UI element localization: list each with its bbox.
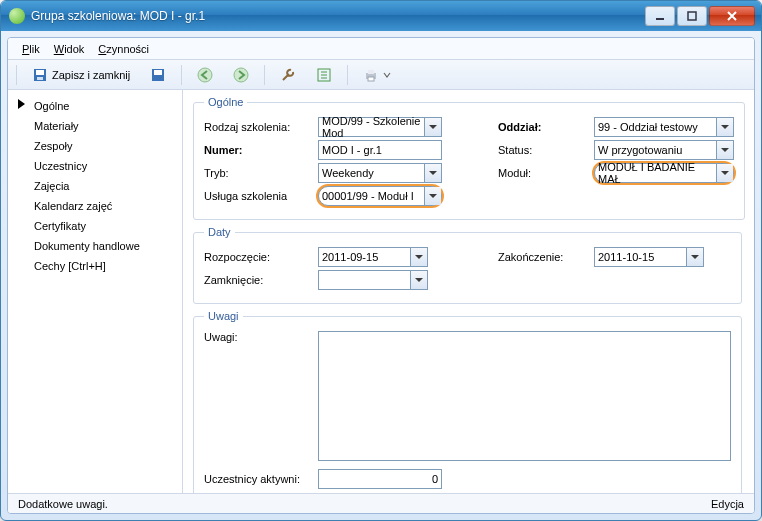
- oddzial-label: Oddział:: [498, 121, 588, 133]
- group-ogolne-legend: Ogólne: [204, 96, 247, 108]
- toolbar: Zapisz i zamknij: [8, 60, 754, 90]
- arrow-left-icon: [197, 67, 213, 83]
- sidebar-item-zajecia[interactable]: Zajęcia: [8, 176, 182, 196]
- status-right: Edycja: [711, 498, 744, 510]
- sidebar: Ogólne Materiały Zespoły Uczestnicy Zaję…: [8, 90, 183, 493]
- rozp-label: Rozpoczęcie:: [204, 251, 312, 263]
- rodzaj-label: Rodzaj szkolenia:: [204, 121, 312, 133]
- chevron-down-icon[interactable]: [716, 141, 733, 159]
- zam-date[interactable]: [318, 270, 428, 290]
- chevron-down-icon[interactable]: [424, 187, 441, 205]
- usluga-value: 00001/99 - Moduł I: [322, 190, 414, 202]
- modul-combo[interactable]: MODUŁ I BADANIE MAŁ: [594, 163, 734, 183]
- group-uwagi: Uwagi Uwagi: Uczestnicy aktywni:: [193, 310, 742, 493]
- menu-plik[interactable]: Plik: [16, 41, 46, 57]
- status-label: Status:: [498, 144, 588, 156]
- nav-forward-button[interactable]: [226, 64, 256, 86]
- printer-icon: [363, 67, 379, 83]
- zak-value: 2011-10-15: [598, 251, 654, 263]
- minimize-button[interactable]: [645, 6, 675, 26]
- save-and-close-button[interactable]: Zapisz i zamknij: [25, 64, 137, 86]
- tryb-combo[interactable]: Weekendy: [318, 163, 442, 183]
- sidebar-item-zespoly[interactable]: Zespoły: [8, 136, 182, 156]
- zam-label: Zamknięcie:: [204, 274, 312, 286]
- chevron-down-icon[interactable]: [686, 248, 703, 266]
- menubar: PlikWidokCzynności: [8, 38, 754, 60]
- print-button[interactable]: [356, 64, 398, 86]
- statusbar: Dodatkowe uwagi. Edycja: [8, 493, 754, 513]
- chevron-down-icon[interactable]: [410, 248, 427, 266]
- maximize-button[interactable]: [677, 6, 707, 26]
- menu-czynnosci[interactable]: Czynności: [92, 41, 155, 57]
- sidebar-item-uczestnicy[interactable]: Uczestnicy: [8, 156, 182, 176]
- numer-label: Numer:: [204, 144, 312, 156]
- svg-rect-12: [368, 77, 374, 81]
- svg-point-8: [234, 68, 248, 82]
- svg-rect-4: [37, 77, 43, 80]
- window: Grupa szkoleniowa: MOD I - gr.1 PlikWido…: [0, 0, 762, 521]
- group-ogolne: Ogólne Rodzaj szkolenia: MOD/99 - Szkole…: [193, 96, 745, 220]
- numer-input[interactable]: [318, 140, 442, 160]
- sidebar-item-certyfikaty[interactable]: Certyfikaty: [8, 216, 182, 236]
- tryb-value: Weekendy: [322, 167, 374, 179]
- arrow-right-icon: [233, 67, 249, 83]
- body: Ogólne Materiały Zespoły Uczestnicy Zaję…: [8, 90, 754, 493]
- disk-icon: [32, 67, 48, 83]
- separator: [181, 65, 182, 85]
- separator: [16, 65, 17, 85]
- rozp-date[interactable]: 2011-09-15: [318, 247, 428, 267]
- svg-rect-0: [656, 18, 664, 20]
- titlebar[interactable]: Grupa szkoleniowa: MOD I - gr.1: [1, 1, 761, 31]
- chevron-down-icon: [383, 67, 391, 83]
- window-controls: [645, 6, 759, 26]
- inner-frame: PlikWidokCzynności Zapisz i zamknij: [7, 37, 755, 514]
- separator: [264, 65, 265, 85]
- chevron-down-icon[interactable]: [716, 118, 733, 136]
- disk-small-icon: [150, 67, 166, 83]
- oddzial-combo[interactable]: 99 - Oddział testowy: [594, 117, 734, 137]
- chevron-down-icon[interactable]: [424, 164, 441, 182]
- group-uwagi-legend: Uwagi: [204, 310, 243, 322]
- app-icon: [9, 8, 25, 24]
- status-value: W przygotowaniu: [598, 144, 682, 156]
- modul-label: Moduł:: [498, 167, 588, 179]
- table-refresh-icon: [316, 67, 332, 83]
- svg-rect-3: [36, 70, 44, 75]
- usluga-combo[interactable]: 00001/99 - Moduł I: [318, 186, 442, 206]
- menu-widok[interactable]: Widok: [48, 41, 91, 57]
- save-button[interactable]: [143, 64, 173, 86]
- svg-point-7: [198, 68, 212, 82]
- uwagi-textarea[interactable]: [318, 331, 731, 461]
- chevron-down-icon[interactable]: [424, 118, 441, 136]
- aktywni-label: Uczestnicy aktywni:: [204, 473, 312, 485]
- sidebar-item-kalendarz[interactable]: Kalendarz zajęć: [8, 196, 182, 216]
- rodzaj-combo[interactable]: MOD/99 - Szkolenie Mod: [318, 117, 442, 137]
- rodzaj-value: MOD/99 - Szkolenie Mod: [322, 115, 423, 139]
- aktywni-input[interactable]: [318, 469, 442, 489]
- usluga-label: Usługa szkolenia: [204, 190, 312, 202]
- chevron-down-icon[interactable]: [410, 271, 427, 289]
- close-button[interactable]: [709, 6, 755, 26]
- oddzial-value: 99 - Oddział testowy: [598, 121, 698, 133]
- wrench-icon: [280, 67, 296, 83]
- sidebar-item-dokumenty[interactable]: Dokumenty handlowe: [8, 236, 182, 256]
- sidebar-item-materialy[interactable]: Materiały: [8, 116, 182, 136]
- svg-rect-11: [368, 70, 374, 74]
- tools-button[interactable]: [273, 64, 303, 86]
- sidebar-item-cechy[interactable]: Cechy [Ctrl+H]: [8, 256, 182, 276]
- window-title: Grupa szkoleniowa: MOD I - gr.1: [31, 9, 645, 23]
- chevron-down-icon[interactable]: [716, 164, 733, 182]
- zak-date[interactable]: 2011-10-15: [594, 247, 704, 267]
- group-daty-legend: Daty: [204, 226, 235, 238]
- rozp-value: 2011-09-15: [322, 251, 378, 263]
- nav-back-button[interactable]: [190, 64, 220, 86]
- status-combo[interactable]: W przygotowaniu: [594, 140, 734, 160]
- sidebar-item-ogolne[interactable]: Ogólne: [8, 96, 182, 116]
- zak-label: Zakończenie:: [498, 251, 588, 263]
- refresh-button[interactable]: [309, 64, 339, 86]
- status-left: Dodatkowe uwagi.: [18, 498, 108, 510]
- tryb-label: Tryb:: [204, 167, 312, 179]
- uwagi-label: Uwagi:: [204, 331, 312, 343]
- svg-rect-6: [154, 70, 162, 75]
- content: Ogólne Rodzaj szkolenia: MOD/99 - Szkole…: [183, 90, 754, 493]
